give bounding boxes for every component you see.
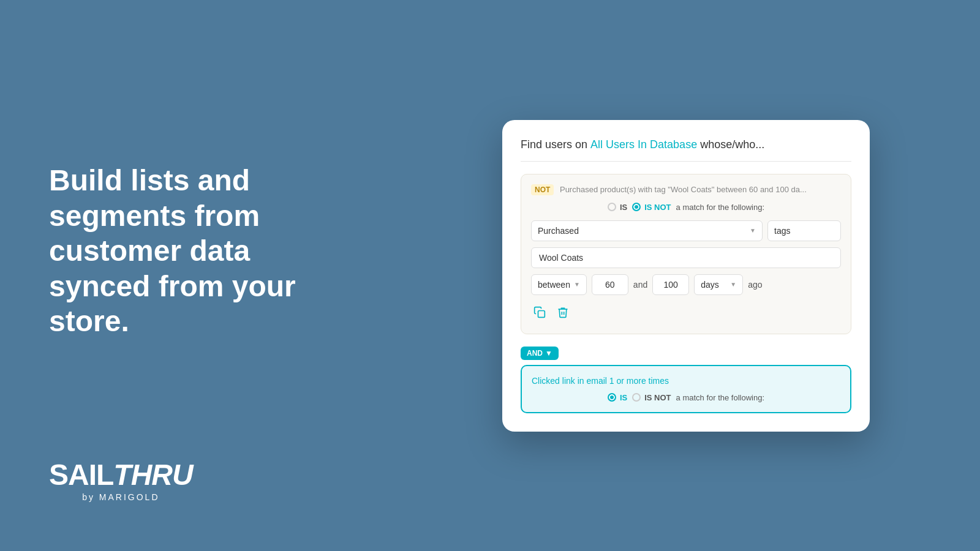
find-users-suffix: whose/who...	[697, 138, 764, 151]
logo-thru: THRU	[113, 459, 192, 491]
and-text: and	[633, 280, 647, 290]
tags-dropdown[interactable]: tags	[767, 220, 841, 241]
is-not-radio-group-2[interactable]: IS NOT	[632, 393, 671, 402]
is-label: IS	[620, 203, 627, 212]
is-not-label-2: IS NOT	[644, 393, 671, 402]
and-connector[interactable]: AND ▼	[521, 347, 559, 360]
left-panel: Build lists and segments from customer d…	[0, 163, 392, 388]
action-icons	[531, 304, 841, 324]
ago-text: ago	[748, 280, 762, 290]
purchased-label: Purchased	[538, 226, 579, 236]
purchased-tags-row: Purchased ▼ tags	[531, 220, 841, 241]
is-radio[interactable]	[608, 203, 616, 211]
between-row: between ▼ 60 and 100 days ▼ ago	[531, 274, 841, 295]
headline: Build lists and segments from customer d…	[49, 163, 355, 339]
and-chevron-icon: ▼	[545, 349, 552, 358]
ui-card: Find users on All Users In Database whos…	[502, 120, 870, 432]
between-label: between	[538, 280, 570, 290]
between-dropdown[interactable]: between ▼	[531, 274, 587, 295]
condition-block-1: NOT Purchased product(s) with tag "Wool …	[521, 174, 851, 334]
days-dropdown[interactable]: days ▼	[694, 274, 743, 295]
logo-sail: SAIL	[49, 459, 113, 491]
is-is-not-row: IS IS NOT a match for the following:	[531, 203, 841, 212]
is-not-radio-group[interactable]: IS NOT	[632, 203, 671, 212]
is-label-2: IS	[620, 393, 627, 402]
purchased-chevron-icon: ▼	[750, 227, 756, 234]
match-text-2: a match for the following:	[676, 393, 765, 402]
between-chevron-icon: ▼	[574, 281, 580, 288]
find-users-bar: Find users on All Users In Database whos…	[521, 138, 851, 162]
value1-field[interactable]: 60	[592, 274, 628, 295]
clicked-link-text: Clicked link in email 1 or more times	[532, 376, 840, 386]
not-badge: NOT	[531, 184, 554, 195]
condition-block-2: Clicked link in email 1 or more times IS…	[521, 365, 851, 413]
is-radio-2[interactable]	[608, 393, 616, 402]
value2-field[interactable]: 100	[652, 274, 689, 295]
right-panel: Find users on All Users In Database whos…	[392, 96, 980, 456]
days-label: days	[701, 280, 719, 290]
purchased-dropdown[interactable]: Purchased ▼	[531, 220, 763, 241]
tags-label: tags	[774, 226, 790, 236]
match-text-1: a match for the following:	[676, 203, 765, 212]
find-users-prefix: Find users on	[521, 138, 590, 151]
delete-button[interactable]	[554, 304, 571, 324]
copy-button[interactable]	[531, 304, 548, 324]
logo-container: SAILTHRU by MARIGOLD	[49, 460, 193, 502]
is-not-radio[interactable]	[632, 203, 641, 211]
is-radio-group[interactable]: IS	[608, 203, 627, 212]
is-not-label: IS NOT	[644, 203, 671, 212]
days-chevron-icon: ▼	[730, 281, 736, 288]
condition-1-summary: Purchased product(s) with tag "Wool Coat…	[557, 185, 806, 194]
logo-text: SAILTHRU	[49, 460, 193, 490]
wool-coats-field[interactable]: Wool Coats	[531, 247, 841, 268]
svg-rect-0	[538, 310, 545, 317]
wool-coats-row: Wool Coats	[531, 247, 841, 268]
is-is-not-row-2: IS IS NOT a match for the following:	[532, 393, 840, 402]
is-radio-group-2[interactable]: IS	[608, 393, 627, 402]
condition-1-header: NOT Purchased product(s) with tag "Wool …	[531, 184, 841, 195]
all-users-link[interactable]: All Users In Database	[590, 138, 697, 151]
is-not-radio-2[interactable]	[632, 393, 641, 402]
logo-sub: by MARIGOLD	[49, 492, 193, 502]
